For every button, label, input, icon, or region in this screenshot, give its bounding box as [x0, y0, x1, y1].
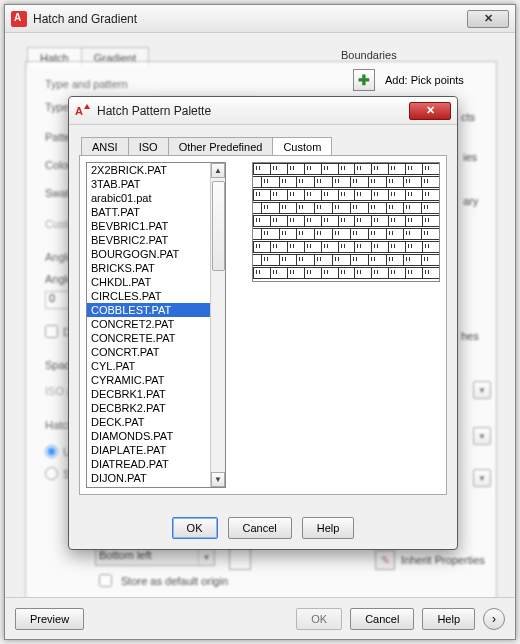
preview-button[interactable]: Preview: [15, 608, 84, 630]
modal-titlebar[interactable]: A Hatch Pattern Palette ✕: [69, 97, 457, 125]
list-item[interactable]: BEVBRIC1.PAT: [87, 219, 210, 233]
pattern-list-inner: 2X2BRICK.PAT3TAB.PATarabic01.patBATT.PAT…: [87, 163, 210, 487]
pattern-listbox[interactable]: 2X2BRICK.PAT3TAB.PATarabic01.patBATT.PAT…: [86, 162, 226, 488]
list-item[interactable]: EXPAND.PAT: [87, 485, 210, 487]
type-pattern-header: Type and pattern: [45, 78, 128, 90]
list-item[interactable]: DECBRK1.PAT: [87, 387, 210, 401]
list-item[interactable]: 2X2BRICK.PAT: [87, 163, 210, 177]
list-item[interactable]: BOURGOGN.PAT: [87, 247, 210, 261]
tab-iso[interactable]: ISO: [128, 137, 169, 156]
list-item[interactable]: CIRCLES.PAT: [87, 289, 210, 303]
app-logo-icon: A: [75, 103, 91, 119]
partial-text-3: ary: [463, 195, 478, 207]
modal-help-button[interactable]: Help: [302, 517, 355, 539]
list-item[interactable]: CONCRT.PAT: [87, 345, 210, 359]
scroll-thumb[interactable]: [212, 181, 225, 271]
list-item[interactable]: DIAMONDS.PAT: [87, 429, 210, 443]
list-item[interactable]: DECK.PAT: [87, 415, 210, 429]
list-item[interactable]: BATT.PAT: [87, 205, 210, 219]
main-ok-button[interactable]: OK: [296, 608, 342, 630]
modal-close-button[interactable]: ✕: [409, 102, 451, 120]
list-item[interactable]: 3TAB.PAT: [87, 177, 210, 191]
expand-button[interactable]: ›: [483, 608, 505, 630]
list-item[interactable]: CYL.PAT: [87, 359, 210, 373]
inherit-button[interactable]: ✎: [375, 550, 395, 570]
list-item[interactable]: DECBRK2.PAT: [87, 401, 210, 415]
list-item[interactable]: COBBLEST.PAT: [87, 303, 210, 317]
dropdown-icon-2[interactable]: ▼: [473, 427, 491, 445]
main-help-button[interactable]: Help: [422, 608, 475, 630]
dropdown-icon-3[interactable]: ▼: [473, 469, 491, 487]
modal-ok-button[interactable]: OK: [172, 517, 218, 539]
modal-tabs: ANSI ISO Other Predefined Custom: [81, 137, 331, 156]
partial-text-1: cts: [461, 111, 475, 123]
use-current-radio-dot[interactable]: [45, 445, 58, 458]
tab-other-predefined[interactable]: Other Predefined: [168, 137, 274, 156]
brush-icon: ✎: [381, 554, 390, 567]
list-item[interactable]: BEVBRIC2.PAT: [87, 233, 210, 247]
partial-text-2: ies: [463, 151, 477, 163]
main-close-button[interactable]: ✕: [467, 10, 509, 28]
modal-button-bar: OK Cancel Help: [69, 517, 457, 539]
tab-ansi[interactable]: ANSI: [81, 137, 129, 156]
app-logo-icon: [11, 11, 27, 27]
inherit-row: ✎ Inherit Properties: [375, 550, 485, 570]
main-titlebar[interactable]: Hatch and Gradient ✕: [5, 5, 515, 33]
add-pick-points-label: Add: Pick points: [385, 74, 464, 86]
plus-icon: ✚: [358, 72, 370, 88]
dropdown-icon-1[interactable]: ▼: [473, 381, 491, 399]
main-button-bar: Preview OK Cancel Help ›: [5, 597, 515, 639]
pattern-preview: [252, 162, 440, 282]
modal-title: Hatch Pattern Palette: [97, 104, 409, 118]
modal-cancel-button[interactable]: Cancel: [228, 517, 292, 539]
tab-custom[interactable]: Custom: [272, 137, 332, 156]
list-item[interactable]: DIATREAD.PAT: [87, 457, 210, 471]
add-pick-points-button[interactable]: ✚: [353, 69, 375, 91]
chevron-down-icon: ▼: [198, 549, 214, 565]
boundaries-header: Boundaries: [341, 49, 397, 61]
store-default-checkbox[interactable]: [99, 574, 112, 587]
specified-radio-dot[interactable]: [45, 467, 58, 480]
main-cancel-button[interactable]: Cancel: [350, 608, 414, 630]
store-default-label: Store as default origin: [121, 575, 228, 587]
double-checkbox-box[interactable]: [45, 325, 58, 338]
main-title: Hatch and Gradient: [33, 12, 467, 26]
origin-combo[interactable]: Bottom left ▼: [95, 548, 215, 566]
add-pick-points-row: ✚ Add: Pick points: [353, 69, 464, 91]
partial-text-4: hes: [461, 330, 479, 342]
inherit-label: Inherit Properties: [401, 554, 485, 566]
list-item[interactable]: CONCRETE.PAT: [87, 331, 210, 345]
list-item[interactable]: CHKDL.PAT: [87, 275, 210, 289]
chevron-right-icon: ›: [492, 612, 496, 626]
list-item[interactable]: DIJON.PAT: [87, 471, 210, 485]
list-item[interactable]: DIAPLATE.PAT: [87, 443, 210, 457]
modal-panel: 2X2BRICK.PAT3TAB.PATarabic01.patBATT.PAT…: [79, 155, 447, 495]
origin-swatch: [229, 548, 251, 570]
listbox-scrollbar[interactable]: ▲ ▼: [210, 163, 225, 487]
hatch-pattern-palette-dialog: A Hatch Pattern Palette ✕ ANSI ISO Other…: [68, 96, 458, 550]
scroll-up-button[interactable]: ▲: [211, 163, 225, 178]
origin-combo-text: Bottom left: [99, 549, 152, 561]
list-item[interactable]: CYRAMIC.PAT: [87, 373, 210, 387]
list-item[interactable]: CONCRET2.PAT: [87, 317, 210, 331]
list-item[interactable]: BRICKS.PAT: [87, 261, 210, 275]
scroll-down-button[interactable]: ▼: [211, 472, 225, 487]
store-default-row[interactable]: Store as default origin: [95, 571, 228, 590]
list-item[interactable]: arabic01.pat: [87, 191, 210, 205]
